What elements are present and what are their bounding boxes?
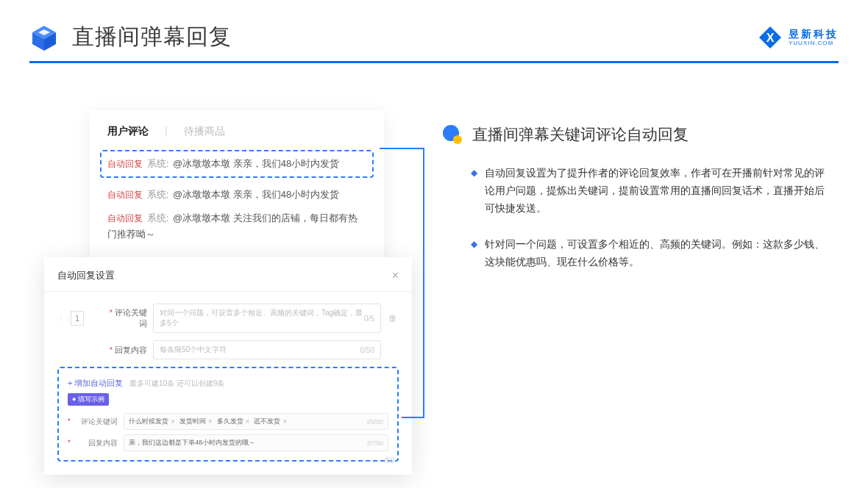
- brand-name: 昱新科技: [789, 29, 839, 39]
- tab-user-comments[interactable]: 用户评论: [107, 125, 149, 138]
- bullet-block: ◆ 自动回复设置为了提升作者的评论回复效率，作者可在开播前针对常见的评论用户问题…: [441, 165, 831, 217]
- example-badge: ● 填写示例: [68, 393, 109, 406]
- example-highlight: + 增加自动回复 最多可建10条 还可以创建9条 ● 填写示例 * 评论关键词 …: [57, 367, 399, 462]
- ex-tag: 迟不发货: [254, 417, 280, 426]
- ex-content-label: 回复内容: [77, 438, 118, 448]
- add-hint: 最多可建10条 还可以创建9条: [129, 379, 224, 387]
- content-label: *回复内容: [102, 345, 147, 356]
- comment-list: 自动回复 系统: @冰墩墩本墩 亲亲，我们48小时内发货 自动回复 系统: @冰…: [107, 150, 366, 243]
- header-divider: [29, 61, 839, 63]
- content-placeholder: 每条限50个中文字符: [160, 345, 227, 355]
- bullet-block: ◆ 针对同一个问题，可设置多个相近的、高频的关键词。例如：这款多少钱、这块能优惠…: [441, 236, 831, 271]
- diamond-icon: ◆: [471, 165, 477, 217]
- outer-count: /50: [384, 456, 394, 464]
- auto-reply-badge: 自动回复: [107, 190, 143, 200]
- comment-text: @冰墩墩本墩 关注我们的店铺，每日都有热门推荐呦～: [107, 212, 357, 240]
- ex-content-text: 亲，我们这边都是下单48小时内发货的哦～: [129, 438, 255, 448]
- delete-icon[interactable]: 🗑: [387, 313, 399, 323]
- svg-point-7: [453, 135, 462, 144]
- ex-keyword-label: 评论关键词: [77, 417, 118, 427]
- settings-row: *回复内容 每条限50个中文字符 0/50: [57, 340, 399, 359]
- brand-logo: X 昱新科技 YUUXIN.COM: [758, 25, 839, 50]
- settings-body: ⋮⋮ 1 *评论关键词 对同一个问题，可设置多个相近、高频的关键词，Tag确定，…: [44, 292, 412, 359]
- comment-text: @冰墩墩本墩 亲亲，我们48小时内发货: [173, 189, 339, 200]
- keyword-count: 0/5: [364, 315, 374, 323]
- diamond-icon: ◆: [471, 236, 477, 271]
- right-title: 直播间弹幕关键词评论自动回复: [472, 124, 689, 145]
- ex-keyword-count: 20/50: [366, 418, 383, 426]
- system-label: 系统:: [147, 189, 169, 200]
- system-label: 系统:: [147, 212, 169, 223]
- keyword-input[interactable]: 对同一个问题，可设置多个相近、高频的关键词，Tag确定，最多5个 0/5: [153, 304, 381, 333]
- row-number: 1: [71, 311, 84, 326]
- auto-reply-settings-modal: 自动回复设置 × ⋮⋮ 1 *评论关键词 对同一个问题，可设置多个相近、高频的关…: [44, 257, 412, 475]
- comments-card: 用户评论 | 待播商品 自动回复 系统: @冰墩墩本墩 亲亲，我们48小时内发货…: [90, 110, 384, 265]
- ex-content-field[interactable]: 亲，我们这边都是下单48小时内发货的哦～ 37/50: [124, 434, 388, 451]
- right-header: 直播间弹幕关键词评论自动回复: [441, 123, 831, 146]
- ex-tag: 什么时候发货: [129, 417, 168, 426]
- auto-reply-badge: 自动回复: [107, 159, 143, 169]
- example-content-row: * 回复内容 亲，我们这边都是下单48小时内发货的哦～ 37/50: [68, 434, 388, 451]
- ex-keyword-field[interactable]: 什么时候发货× 发货时间× 多久发货× 迟不发货× 20/50: [124, 413, 388, 430]
- add-auto-reply-link[interactable]: + 增加自动回复: [68, 378, 123, 387]
- content-count: 0/50: [360, 346, 374, 354]
- keyword-label: *评论关键词: [102, 307, 147, 329]
- right-content: 直播间弹幕关键词评论自动回复 ◆ 自动回复设置为了提升作者的评论回复效率，作者可…: [441, 123, 831, 290]
- tab-pending-products[interactable]: 待播商品: [184, 125, 225, 138]
- keyword-placeholder: 对同一个问题，可设置多个相近、高频的关键词，Tag确定，最多5个: [160, 308, 364, 329]
- content-input[interactable]: 每条限50个中文字符 0/50: [153, 340, 381, 359]
- bullet-text: 自动回复设置为了提升作者的评论回复效率，作者可在开播前针对常见的评论用户问题，提…: [485, 165, 831, 217]
- comments-tabs: 用户评论 | 待播商品: [107, 125, 366, 138]
- highlighted-comment: 自动回复 系统: @冰墩墩本墩 亲亲，我们48小时内发货: [100, 150, 374, 178]
- bullet-text: 针对同一个问题，可设置多个相近的、高频的关键词。例如：这款多少钱、这块能优惠吗、…: [485, 236, 831, 271]
- page-title: 直播间弹幕回复: [72, 22, 232, 52]
- tab-divider: |: [165, 125, 168, 138]
- bullet-item: ◆ 自动回复设置为了提升作者的评论回复效率，作者可在开播前针对常见的评论用户问题…: [471, 165, 831, 217]
- ex-tag: 多久发货: [217, 417, 243, 426]
- system-label: 系统:: [147, 158, 169, 169]
- ex-tag: 发货时间: [179, 417, 206, 426]
- page-header: 直播间弹幕回复 X 昱新科技 YUUXIN.COM: [0, 0, 868, 52]
- settings-title-bar: 自动回复设置 ×: [44, 269, 412, 292]
- chat-bubble-icon: [441, 123, 463, 146]
- brand-logo-icon: X: [758, 25, 783, 50]
- example-keyword-row: * 评论关键词 什么时候发货× 发货时间× 多久发货× 迟不发货× 20/50: [68, 413, 388, 430]
- close-icon[interactable]: ×: [392, 269, 399, 282]
- ex-content-count: 37/50: [366, 439, 383, 447]
- drag-handle-icon[interactable]: ⋮⋮: [57, 315, 65, 323]
- header-cube-icon: [29, 23, 59, 52]
- settings-row: ⋮⋮ 1 *评论关键词 对同一个问题，可设置多个相近、高频的关键词，Tag确定，…: [57, 304, 399, 333]
- settings-title: 自动回复设置: [57, 269, 115, 282]
- brand-url: YUUXIN.COM: [789, 40, 839, 46]
- bullet-item: ◆ 针对同一个问题，可设置多个相近的、高频的关键词。例如：这款多少钱、这块能优惠…: [471, 236, 831, 271]
- auto-reply-badge: 自动回复: [107, 213, 143, 223]
- comment-item: 自动回复 系统: @冰墩墩本墩 关注我们的店铺，每日都有热门推荐呦～: [107, 210, 366, 243]
- svg-text:X: X: [766, 32, 775, 44]
- comment-text: @冰墩墩本墩 亲亲，我们48小时内发货: [173, 158, 339, 169]
- comment-item: 自动回复 系统: @冰墩墩本墩 亲亲，我们48小时内发货: [107, 187, 366, 203]
